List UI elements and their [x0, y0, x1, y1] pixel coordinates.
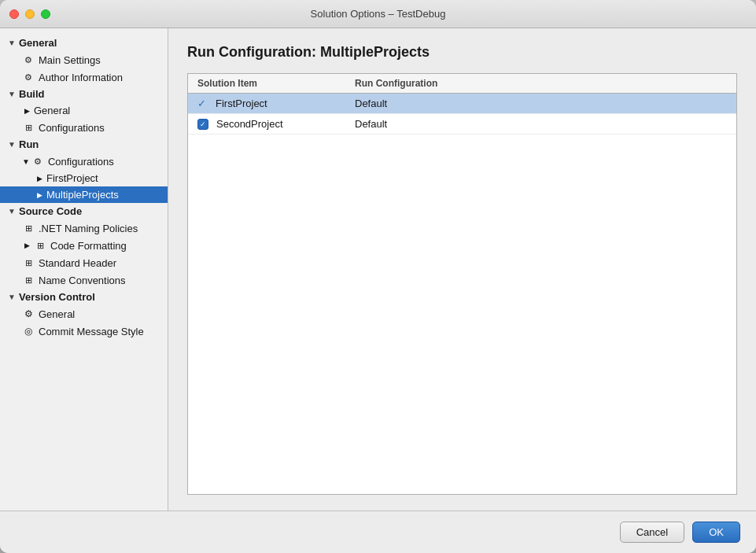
sidebar-section-version-control[interactable]: ▼ Version Control [0, 289, 168, 305]
grid-icon [22, 256, 35, 269]
window-title: Solution Options – TestDebug [311, 8, 446, 20]
arrow-right-icon: ▶ [22, 106, 31, 116]
solution-item-cell: ✓ FirstProject [197, 98, 355, 109]
footer: Cancel OK [0, 511, 756, 553]
gear-icon [31, 155, 44, 168]
gear-icon [22, 71, 35, 83]
chevron-down-icon: ▼ [6, 139, 17, 150]
sidebar-item-first-project[interactable]: ▶ FirstProject [0, 170, 168, 186]
grid-icon [22, 274, 35, 286]
chevron-down-icon: ▼ [6, 206, 17, 217]
sidebar-section-label: Source Code [19, 205, 82, 217]
sidebar-item-standard-header[interactable]: Standard Header [0, 254, 168, 271]
table-header: Solution Item Run Configuration [188, 74, 736, 94]
sidebar-item-multiple-projects[interactable]: ▶ MultipleProjects [0, 186, 168, 203]
sidebar-item-label: FirstProject [46, 172, 98, 184]
sidebar-item-configurations-build[interactable]: Configurations [0, 119, 168, 136]
main-content: Run Configuration: MultipleProjects Solu… [168, 28, 756, 511]
traffic-lights [9, 9, 50, 19]
run-config-table: Solution Item Run Configuration ✓ FirstP… [187, 73, 737, 495]
ok-button[interactable]: OK [692, 522, 740, 543]
minimize-button[interactable] [25, 9, 35, 19]
sidebar-section-run[interactable]: ▼ Run [0, 136, 168, 153]
grid-icon [34, 239, 46, 252]
maximize-button[interactable] [41, 9, 50, 19]
cancel-button[interactable]: Cancel [620, 522, 684, 543]
sidebar-section-label: General [19, 37, 57, 49]
gear-icon [22, 53, 35, 66]
sidebar-item-label: Configurations [39, 122, 105, 134]
sidebar-item-author-information[interactable]: Author Information [0, 68, 168, 86]
checkbox-icon [197, 119, 208, 130]
sidebar-section-label: Build [19, 88, 45, 100]
sidebar-section-general[interactable]: ▼ General [0, 35, 168, 51]
checkmark-icon: ✓ [197, 98, 212, 109]
sidebar-item-label: General [39, 308, 75, 320]
grid-icon [22, 222, 35, 234]
sidebar-section-label: Version Control [19, 291, 95, 303]
run-config-value: Default [355, 118, 387, 130]
sidebar-item-commit-message-style[interactable]: ◎ Commit Message Style [0, 323, 168, 340]
solution-item-name: SecondProject [216, 118, 283, 130]
sidebar-item-label: Main Settings [39, 54, 101, 66]
sidebar-item-vc-general[interactable]: ⚙ General [0, 305, 168, 323]
sidebar-item-label: Commit Message Style [39, 326, 144, 337]
sidebar-item-build-general[interactable]: ▶ General [0, 102, 168, 119]
chevron-down-icon: ▼ [22, 157, 30, 166]
sidebar-item-net-naming-policies[interactable]: .NET Naming Policies [0, 219, 168, 237]
chevron-down-icon: ▼ [6, 89, 17, 100]
sidebar-item-name-conventions[interactable]: Name Conventions [0, 271, 168, 289]
window: Solution Options – TestDebug ▼ General M… [0, 0, 756, 553]
sidebar-item-label: Name Conventions [39, 275, 126, 286]
titlebar: Solution Options – TestDebug [0, 0, 756, 28]
col-header-run-config: Run Configuration [355, 78, 437, 89]
sidebar-item-main-settings[interactable]: Main Settings [0, 51, 168, 68]
sidebar-item-label: Standard Header [39, 257, 116, 269]
col-header-solution-item: Solution Item [197, 78, 355, 89]
window-body: ▼ General Main Settings Author Informati… [0, 28, 756, 511]
close-button[interactable] [9, 9, 19, 19]
arrow-right-icon: ▶ [35, 190, 44, 200]
arrow-right-icon: ▶ [35, 174, 44, 183]
sidebar-item-run-configurations[interactable]: ▼ Configurations [0, 153, 168, 170]
sidebar-item-label: Configurations [48, 156, 114, 168]
solution-item-name: FirstProject [216, 98, 267, 109]
circle-gear-icon: ◎ [22, 325, 35, 337]
sidebar-item-label: General [34, 105, 70, 116]
sidebar-item-label: Code Formatting [50, 240, 127, 252]
sidebar-item-code-formatting[interactable]: ▶ Code Formatting [0, 237, 168, 254]
table-row[interactable]: SecondProject Default [188, 114, 736, 135]
grid-icon [22, 121, 35, 134]
page-title: Run Configuration: MultipleProjects [187, 44, 737, 61]
sidebar: ▼ General Main Settings Author Informati… [0, 28, 168, 511]
sidebar-section-label: Run [19, 138, 39, 150]
run-config-cell: Default [355, 98, 387, 109]
sidebar-item-label: Author Information [39, 72, 123, 83]
chevron-down-icon: ▼ [6, 292, 17, 303]
sidebar-section-source-code[interactable]: ▼ Source Code [0, 203, 168, 219]
sidebar-item-label: MultipleProjects [46, 189, 119, 201]
chevron-down-icon: ▼ [6, 38, 17, 49]
run-config-cell: Default [355, 118, 387, 130]
solution-item-cell: SecondProject [197, 118, 355, 130]
table-row[interactable]: ✓ FirstProject Default [188, 94, 736, 114]
sidebar-item-label: .NET Naming Policies [39, 223, 138, 234]
gear-icon: ⚙ [22, 308, 35, 320]
arrow-right-icon: ▶ [22, 241, 31, 250]
run-config-value: Default [355, 98, 387, 109]
sidebar-section-build[interactable]: ▼ Build [0, 86, 168, 102]
